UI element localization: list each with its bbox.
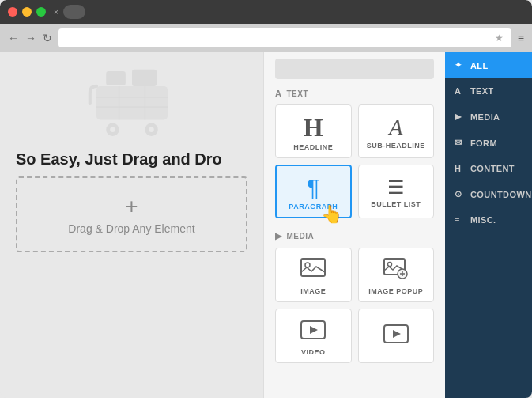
media-elements-grid: IMAGE IMAGE POPUP (264, 244, 445, 370)
countdown-label: COUNTDOWN (470, 190, 532, 199)
browser-menu-icon[interactable]: ≡ (518, 32, 524, 44)
image-tile[interactable]: IMAGE (275, 248, 352, 302)
svg-point-14 (387, 263, 391, 267)
preview-content: So Easy, Just Drag and Dro + Drag & Drop… (0, 52, 263, 268)
svg-rect-11 (301, 259, 325, 276)
back-button[interactable]: ← (8, 32, 19, 44)
sidebar-item-text[interactable]: A TEXT (445, 78, 532, 104)
sidebar-item-content[interactable]: H CONTENT (445, 156, 532, 181)
image-popup-tile[interactable]: IMAGE POPUP (358, 248, 435, 302)
titlebar: × (0, 0, 532, 24)
drop-zone-label: Drag & Drop Any Element (68, 222, 194, 235)
sub-headline-icon: A (389, 116, 402, 138)
svg-point-10 (149, 127, 154, 132)
svg-point-12 (305, 263, 310, 267)
misc-icon: ≡ (455, 215, 466, 225)
fullscreen-button[interactable] (36, 7, 46, 17)
preview-heading: So Easy, Just Drag and Dro (16, 150, 247, 169)
cart-icon-wrapper (16, 68, 247, 142)
video-label: VIDEO (301, 348, 326, 356)
svg-marker-21 (393, 330, 401, 338)
sidebar: ✦ ALL A TEXT ▶ MEDIA ✉ FORM H CONTENT ⊙ … (445, 52, 532, 398)
svg-marker-19 (310, 326, 318, 334)
svg-rect-2 (96, 86, 168, 120)
traffic-lights (8, 7, 46, 17)
media-section-title: MEDIA (287, 232, 315, 241)
text-section-title: TEXT (286, 89, 308, 98)
sidebar-item-all[interactable]: ✦ ALL (445, 52, 532, 78)
svg-rect-0 (106, 71, 126, 85)
media-section-icon: ▶ (275, 231, 282, 241)
content-icon: H (455, 164, 466, 173)
bullet-list-label: BULLET LIST (371, 200, 421, 208)
text-section-label: A TEXT (264, 82, 445, 101)
element-search-bar[interactable] (275, 59, 434, 79)
text-label: TEXT (470, 86, 494, 96)
media-label: MEDIA (470, 112, 500, 122)
video-tile[interactable]: VIDEO (275, 309, 352, 363)
element-panel: A TEXT H HEADLINE A SUB-HEADLINE ¶ PARAG… (263, 52, 445, 398)
media-icon: ▶ (455, 112, 466, 122)
preview-panel: So Easy, Just Drag and Dro + Drag & Drop… (0, 52, 263, 398)
url-bar[interactable]: ★ (58, 28, 511, 47)
all-label: ALL (470, 61, 489, 70)
all-icon: ✦ (455, 60, 466, 70)
forward-button[interactable]: → (25, 32, 36, 44)
image-icon (300, 258, 326, 284)
image-popup-label: IMAGE POPUP (368, 287, 423, 295)
browser-bar: ← → ↻ ★ ≡ (0, 24, 532, 52)
bullet-list-icon: ☰ (387, 178, 405, 197)
main-area: So Easy, Just Drag and Dro + Drag & Drop… (0, 52, 532, 398)
image-popup-icon (383, 258, 409, 284)
headline-tile[interactable]: H HEADLINE (275, 104, 352, 158)
form-label: FORM (470, 138, 497, 148)
paragraph-label: PARAGRAPH (289, 203, 338, 210)
headline-label: HEADLINE (293, 143, 333, 151)
refresh-button[interactable]: ↻ (43, 32, 52, 44)
bullet-list-tile[interactable]: ☰ BULLET LIST (358, 165, 435, 218)
video2-tile[interactable] (358, 309, 435, 363)
sidebar-item-media[interactable]: ▶ MEDIA (445, 104, 532, 130)
sidebar-item-countdown[interactable]: ⊙ COUNTDOWN (445, 181, 532, 207)
content-label: CONTENT (470, 164, 515, 173)
sub-headline-tile[interactable]: A SUB-HEADLINE (358, 104, 435, 158)
svg-rect-1 (132, 70, 157, 86)
media-section-label: ▶ MEDIA (264, 225, 445, 244)
drop-zone[interactable]: + Drag & Drop Any Element (16, 176, 247, 252)
countdown-icon: ⊙ (455, 189, 466, 199)
sub-headline-label: SUB-HEADLINE (367, 142, 425, 150)
text-elements-grid: H HEADLINE A SUB-HEADLINE ¶ PARAGRAPH 👆 … (264, 101, 445, 225)
svg-point-9 (110, 127, 115, 132)
text-icon: A (455, 86, 466, 96)
paragraph-icon: ¶ (307, 176, 319, 199)
misc-label: MISC. (470, 215, 496, 225)
sidebar-item-form[interactable]: ✉ FORM (445, 130, 532, 156)
drop-plus-icon: + (33, 194, 230, 219)
tab-close-icon[interactable]: × (54, 8, 58, 17)
cart-icon (85, 68, 179, 139)
form-icon: ✉ (455, 138, 466, 148)
sidebar-item-misc[interactable]: ≡ MISC. (445, 207, 532, 233)
text-section-icon: A (275, 89, 281, 98)
close-button[interactable] (8, 7, 17, 17)
paragraph-tile[interactable]: ¶ PARAGRAPH 👆 (275, 165, 352, 218)
video2-icon (383, 323, 409, 349)
video-icon (300, 319, 326, 345)
minimize-button[interactable] (22, 7, 32, 17)
image-label: IMAGE (300, 287, 326, 295)
tab-bar: × (54, 5, 524, 19)
headline-icon: H (304, 115, 323, 140)
tab-pill[interactable] (63, 5, 85, 19)
bookmark-icon: ★ (495, 32, 504, 44)
